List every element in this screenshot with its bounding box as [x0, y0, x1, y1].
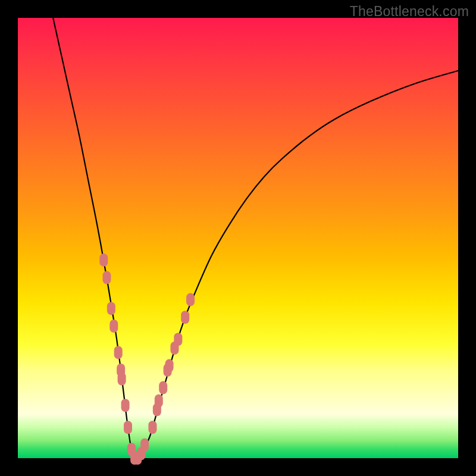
marker-dot	[181, 311, 189, 324]
marker-dot	[99, 253, 108, 267]
chart-overlay-svg	[18, 18, 458, 458]
chart-frame: TheBottleneck.com	[0, 0, 476, 476]
marker-dot	[165, 359, 174, 372]
marker-dot	[118, 372, 126, 386]
marker-dot	[107, 302, 115, 315]
bottleneck-curve	[53, 18, 458, 458]
marker-dot	[159, 381, 167, 394]
highlight-markers	[99, 253, 195, 465]
marker-dot	[124, 421, 132, 434]
marker-dot	[121, 399, 130, 412]
plot-area	[18, 18, 458, 458]
marker-dot	[109, 320, 118, 333]
marker-dot	[102, 271, 111, 284]
marker-dot	[140, 439, 149, 452]
marker-dot	[186, 293, 195, 306]
marker-dot	[174, 333, 182, 346]
marker-dot	[114, 346, 123, 359]
marker-dot	[148, 421, 156, 434]
watermark-text: TheBottleneck.com	[350, 4, 469, 20]
marker-dot	[155, 394, 163, 408]
